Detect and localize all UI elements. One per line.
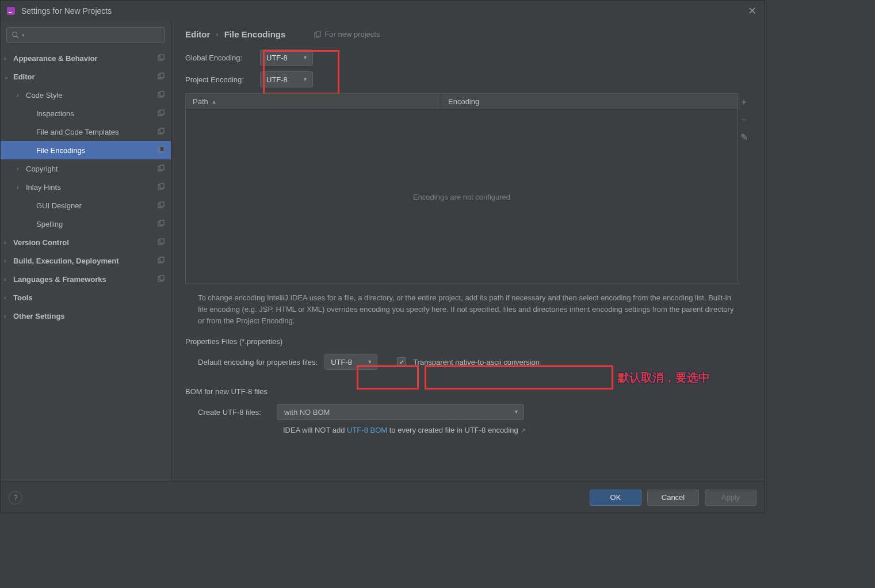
modified-icon (156, 183, 166, 192)
apply-button[interactable]: Apply (705, 490, 756, 506)
sidebar-item-label: Tools (13, 293, 166, 302)
svg-rect-1 (9, 12, 12, 13)
close-icon[interactable]: ✕ (745, 5, 759, 17)
chevron-icon: › (4, 239, 11, 246)
sidebar-item-appearance-behavior[interactable]: ›Appearance & Behavior (1, 49, 171, 67)
breadcrumb-editor[interactable]: Editor (185, 29, 210, 39)
chevron-icon: › (17, 92, 24, 98)
modified-icon (156, 275, 166, 284)
encoding-table: Path ▲ Encoding Encodings are not config… (185, 93, 738, 284)
chevron-icon: › (4, 258, 11, 264)
chevron-icon: ⌄ (4, 74, 11, 80)
svg-rect-27 (160, 257, 164, 262)
search-chevron-icon: ▾ (22, 32, 25, 38)
remove-row-button[interactable]: － (739, 114, 748, 126)
properties-encoding-label: Default encoding for properties files: (198, 358, 318, 366)
chevron-icon: › (4, 55, 11, 62)
window-title: Settings for New Projects (21, 6, 745, 16)
breadcrumb-subtitle: For new projects (314, 30, 380, 39)
sidebar-item-inspections[interactable]: Inspections (1, 104, 171, 123)
edit-row-button[interactable]: ✎ (740, 132, 748, 143)
content-area: Editor › File Encodings For new projects… (171, 21, 765, 482)
search-icon (12, 31, 20, 39)
chevron-down-icon: ▼ (303, 55, 308, 60)
sidebar-item-label: Code Style (26, 91, 156, 100)
chevron-icon: › (4, 313, 11, 319)
modified-icon (156, 109, 166, 118)
sidebar-item-label: Appearance & Behavior (13, 54, 156, 63)
svg-rect-17 (160, 165, 164, 170)
chevron-down-icon: ▼ (514, 409, 519, 415)
sidebar-item-inlay-hints[interactable]: ›Inlay Hints (1, 178, 171, 196)
annotation-text: 默认取消，要选中 (618, 370, 710, 385)
modified-icon (156, 165, 166, 173)
modified-icon (156, 238, 166, 247)
sidebar-item-label: Inspections (36, 109, 156, 118)
create-utf8-dropdown[interactable]: with NO BOM ▼ (277, 404, 524, 420)
breadcrumb: Editor › File Encodings For new projects (185, 29, 738, 39)
chevron-icon: › (4, 276, 11, 282)
modified-icon (156, 220, 166, 228)
sidebar-item-tools[interactable]: ›Tools (1, 288, 171, 307)
svg-rect-13 (160, 128, 164, 133)
sidebar-item-label: File and Code Templates (36, 128, 156, 136)
settings-tree: ›Appearance & Behavior⌄Editor›Code Style… (1, 49, 171, 482)
project-encoding-dropdown[interactable]: UTF-8 ▼ (260, 71, 313, 87)
sort-asc-icon: ▲ (212, 99, 217, 105)
transparent-ascii-label: Transparent native-to-ascii conversion (413, 358, 540, 366)
sidebar-item-label: Copyright (26, 165, 156, 173)
chevron-icon: › (17, 184, 24, 190)
app-icon (6, 6, 16, 16)
search-input[interactable]: ▾ (6, 27, 165, 43)
chevron-icon: › (4, 295, 11, 301)
duplicate-icon (314, 31, 321, 38)
sidebar-item-build-execution-deployment[interactable]: ›Build, Execution, Deployment (1, 251, 171, 270)
add-row-button[interactable]: ＋ (739, 96, 748, 108)
chevron-down-icon: ▼ (367, 359, 372, 365)
sidebar-item-label: Version Control (13, 238, 156, 247)
svg-rect-21 (160, 202, 164, 207)
global-encoding-dropdown[interactable]: UTF-8 ▼ (260, 49, 313, 66)
utf8-bom-link[interactable]: UTF-8 BOM (347, 426, 387, 434)
svg-point-2 (13, 32, 17, 37)
ok-button[interactable]: OK (590, 490, 641, 506)
bom-section-header: BOM for new UTF-8 files (185, 387, 738, 396)
sidebar-item-spelling[interactable]: Spelling (1, 215, 171, 233)
project-encoding-label: Project Encoding: (185, 75, 260, 84)
sidebar-item-other-settings[interactable]: ›Other Settings (1, 307, 171, 325)
transparent-ascii-checkbox[interactable]: ✓ (397, 357, 406, 366)
external-link-icon: ↗ (521, 427, 526, 434)
help-button[interactable]: ? (9, 491, 22, 505)
modified-icon (156, 257, 166, 265)
modified-icon (156, 201, 166, 210)
breadcrumb-file-encodings: File Encodings (224, 29, 286, 39)
modified-icon (156, 146, 166, 155)
sidebar: ▾ ›Appearance & Behavior⌄Editor›Code Sty… (1, 21, 171, 482)
properties-encoding-dropdown[interactable]: UTF-8 ▼ (324, 354, 377, 370)
sidebar-item-label: Inlay Hints (26, 183, 156, 192)
sidebar-item-editor[interactable]: ⌄Editor (1, 67, 171, 86)
table-header-path[interactable]: Path ▲ (186, 94, 441, 109)
sidebar-item-file-and-code-templates[interactable]: File and Code Templates (1, 123, 171, 141)
sidebar-item-version-control[interactable]: ›Version Control (1, 233, 171, 251)
sidebar-item-label: Build, Execution, Deployment (13, 257, 156, 265)
sidebar-item-gui-designer[interactable]: GUI Designer (1, 196, 171, 215)
sidebar-item-code-style[interactable]: ›Code Style (1, 86, 171, 104)
svg-rect-31 (316, 32, 320, 36)
sidebar-item-label: Spelling (36, 220, 156, 228)
svg-rect-7 (160, 73, 164, 78)
svg-rect-23 (160, 220, 164, 225)
sidebar-item-languages-frameworks[interactable]: ›Languages & Frameworks (1, 270, 171, 288)
global-encoding-label: Global Encoding: (185, 54, 260, 62)
svg-rect-9 (160, 91, 164, 96)
svg-line-3 (17, 36, 19, 39)
sidebar-item-copyright[interactable]: ›Copyright (1, 159, 171, 178)
encoding-description: To change encoding IntelliJ IDEA uses fo… (198, 292, 738, 327)
sidebar-item-file-encodings[interactable]: File Encodings (1, 141, 171, 159)
table-header-encoding[interactable]: Encoding (441, 94, 738, 109)
cancel-button[interactable]: Cancel (647, 490, 699, 506)
modified-icon (156, 54, 166, 63)
modified-icon (156, 72, 166, 81)
dialog-footer: ? OK Cancel Apply (1, 482, 765, 513)
chevron-icon: › (17, 166, 24, 172)
